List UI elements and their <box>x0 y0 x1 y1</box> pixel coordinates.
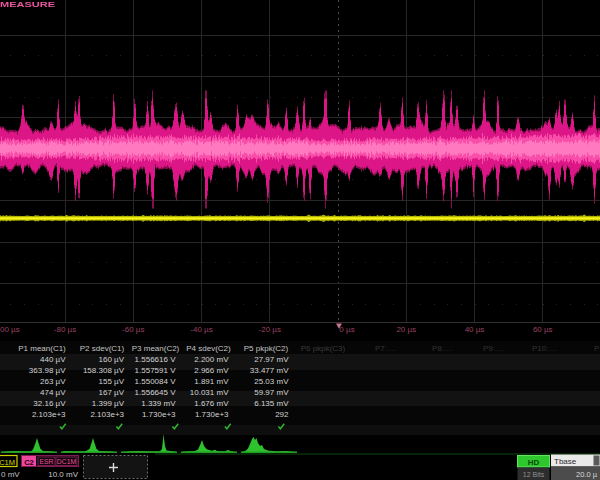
svg-text:440 µV: 440 µV <box>40 355 66 364</box>
svg-text:12 Bits: 12 Bits <box>523 471 545 478</box>
svg-text:1.339 mV: 1.339 mV <box>141 399 176 408</box>
svg-text:ESR: ESR <box>40 458 54 465</box>
svg-text:1.891 mV: 1.891 mV <box>194 377 229 386</box>
svg-text:1.557591 V: 1.557591 V <box>135 366 177 375</box>
svg-text:MEASURE: MEASURE <box>0 0 56 9</box>
svg-text:1.730e+3: 1.730e+3 <box>142 410 176 419</box>
svg-text:P4 sdev(C2): P4 sdev(C2) <box>186 344 231 353</box>
svg-text:P7:....: P7:.... <box>375 344 396 353</box>
svg-text:2.103e+3: 2.103e+3 <box>90 410 124 419</box>
svg-text:10.0 mV: 10.0 mV <box>48 470 78 479</box>
svg-text:2.103e+3: 2.103e+3 <box>32 410 66 419</box>
svg-text:-80 µs: -80 µs <box>54 325 76 334</box>
svg-text:158.308 µV: 158.308 µV <box>83 366 125 375</box>
svg-text:P2 sdev(C1): P2 sdev(C1) <box>80 344 125 353</box>
svg-text:2.200 mV: 2.200 mV <box>194 355 229 364</box>
svg-text:474 µV: 474 µV <box>40 388 66 397</box>
svg-text:33.477 mV: 33.477 mV <box>250 366 289 375</box>
svg-text:167 µV: 167 µV <box>98 388 124 397</box>
svg-text:25.03 mV: 25.03 mV <box>254 377 289 386</box>
svg-text:P6 pkpk(C3): P6 pkpk(C3) <box>301 344 346 353</box>
svg-text:P1 mean(C1): P1 mean(C1) <box>18 344 66 353</box>
svg-text:59.97 mV: 59.97 mV <box>254 388 289 397</box>
svg-text:2.966 mV: 2.966 mV <box>194 366 229 375</box>
svg-text:1.676 mV: 1.676 mV <box>194 399 229 408</box>
svg-text:HD: HD <box>528 458 540 467</box>
svg-text:-20 µs: -20 µs <box>259 325 281 334</box>
svg-text:1.556616 V: 1.556616 V <box>135 355 177 364</box>
svg-text:0 mV: 0 mV <box>1 470 20 479</box>
svg-text:P5 pkpk(C2): P5 pkpk(C2) <box>244 344 289 353</box>
svg-text:1.399 µV: 1.399 µV <box>92 399 125 408</box>
svg-text:60 µs: 60 µs <box>533 325 553 334</box>
svg-text:0 µs: 0 µs <box>339 325 354 334</box>
svg-text:P:....: P:.... <box>594 344 600 353</box>
svg-text:1.550084 V: 1.550084 V <box>135 377 177 386</box>
svg-text:C1M: C1M <box>0 458 15 467</box>
svg-text:155 µV: 155 µV <box>98 377 124 386</box>
svg-text:6.135 mV: 6.135 mV <box>254 399 289 408</box>
svg-text:P9:....: P9:.... <box>483 344 504 353</box>
svg-text:1.730e+3: 1.730e+3 <box>195 410 229 419</box>
svg-text:32.16 µV: 32.16 µV <box>33 399 66 408</box>
svg-text:10.031 mV: 10.031 mV <box>190 388 229 397</box>
svg-text:1.556645 V: 1.556645 V <box>135 388 177 397</box>
svg-text:27.97 mV: 27.97 mV <box>254 355 289 364</box>
svg-text:363.98 µV: 363.98 µV <box>29 366 66 375</box>
svg-text:-40 µs: -40 µs <box>190 325 212 334</box>
svg-text:DC1M: DC1M <box>57 458 77 465</box>
svg-text:20.0 µ: 20.0 µ <box>576 470 598 479</box>
svg-text:292: 292 <box>275 410 289 419</box>
svg-text:20 µs: 20 µs <box>396 325 416 334</box>
svg-text:263 µV: 263 µV <box>40 377 66 386</box>
svg-text:P8:....: P8:.... <box>432 344 453 353</box>
svg-text:00 µs: 00 µs <box>0 325 20 334</box>
svg-text:-60 µs: -60 µs <box>122 325 144 334</box>
svg-text:Tbase: Tbase <box>554 457 577 466</box>
svg-text:160 µV: 160 µV <box>98 355 124 364</box>
svg-text:P10:....: P10:.... <box>532 344 557 353</box>
svg-text:40 µs: 40 µs <box>465 325 485 334</box>
svg-text:C2: C2 <box>24 458 34 467</box>
svg-text:P3 mean(C2): P3 mean(C2) <box>132 344 180 353</box>
